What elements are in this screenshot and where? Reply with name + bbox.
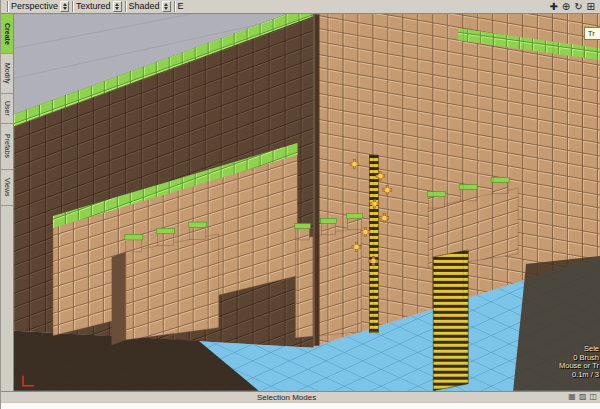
spinner-arrows-icon[interactable] [162, 1, 171, 12]
tower-left[interactable] [112, 222, 219, 345]
pan-icon[interactable]: ✚ [549, 1, 557, 13]
tower-center[interactable] [295, 213, 363, 337]
orbit-icon[interactable]: ⊕ [562, 1, 570, 13]
tab-views[interactable]: Views [1, 170, 13, 206]
tab-modify[interactable]: Modify [1, 54, 13, 94]
split-view-icon[interactable]: ◫ [589, 392, 597, 402]
app-window: Perspective Textured Shaded E ✚ ⊕ ↻ ⊞ Cr… [0, 0, 600, 409]
toolbar-divider [7, 1, 8, 12]
toolbar-divider [125, 1, 126, 12]
zoom-extents-icon[interactable]: ⊞ [587, 1, 595, 13]
shading-mode-label: Shaded [129, 0, 160, 13]
side-tab-strip: Create Modify User Prefabs Views [1, 14, 14, 391]
tooltip: Tr [584, 27, 600, 40]
tab-user[interactable]: User [1, 94, 13, 124]
scene-3d [14, 14, 600, 391]
extra-combo-label: E [178, 0, 184, 13]
status-bar: Selection Modes ▦ ▨ ◫ [1, 391, 600, 402]
lower-panel-cut [1, 402, 600, 409]
viewport-stats: Sele 0 Brush Mouse or Tr 0.1m / 3 [559, 345, 599, 379]
selection-modes-label: Selection Modes [257, 393, 316, 402]
tab-prefabs[interactable]: Prefabs [1, 124, 13, 170]
spinner-arrows-icon[interactable] [113, 1, 122, 12]
view-nav-icons: ✚ ⊕ ↻ ⊞ [549, 1, 597, 13]
toolbar-divider [72, 1, 73, 12]
tab-strip-filler [1, 206, 13, 391]
center-pole[interactable] [313, 14, 319, 345]
rotate-view-icon[interactable]: ↻ [574, 1, 582, 13]
viewport-toolbar: Perspective Textured Shaded E ✚ ⊕ ↻ ⊞ [1, 0, 600, 14]
extra-combo[interactable]: E [178, 0, 184, 13]
grid-mode-icon[interactable]: ▦ [568, 392, 576, 402]
stat-line: 0.1m / 3 [559, 371, 599, 380]
viewport-3d[interactable]: Tr Sele 0 Brush Mouse or Tr 0.1m / 3 [14, 14, 600, 391]
render-mode-label: Textured [76, 0, 111, 13]
hatch-mode-icon[interactable]: ▨ [579, 392, 587, 402]
status-icon-group: ▦ ▨ ◫ [568, 392, 597, 402]
view-mode-label: Perspective [11, 0, 58, 13]
shading-mode-combo[interactable]: Shaded [129, 0, 171, 13]
spinner-arrows-icon[interactable] [60, 1, 69, 12]
tab-create[interactable]: Create [1, 14, 13, 54]
toolbar-divider [174, 1, 175, 12]
render-mode-combo[interactable]: Textured [76, 0, 122, 13]
view-mode-combo[interactable]: Perspective [11, 0, 69, 13]
